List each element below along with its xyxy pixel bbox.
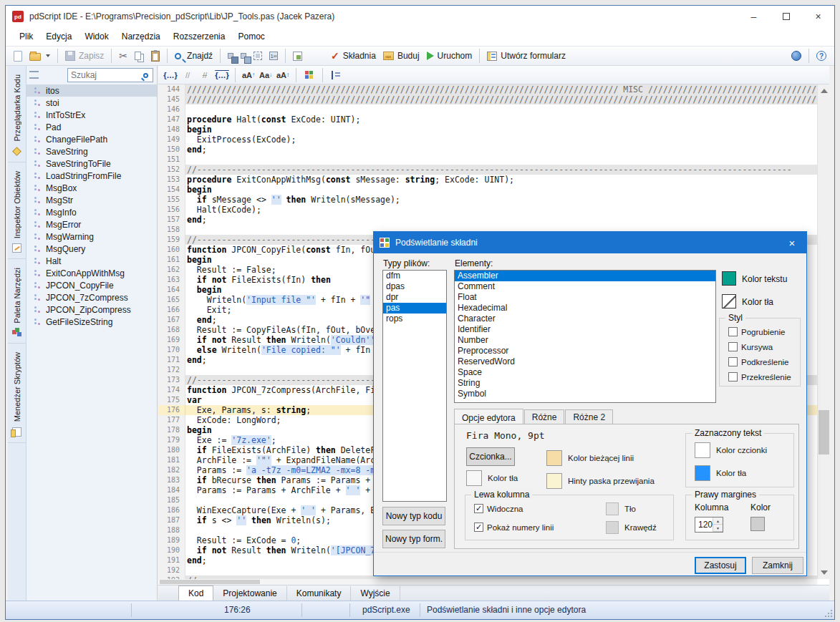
cut-button[interactable]: ✂ [115, 49, 131, 63]
list-item[interactable]: JPCON_ZipCompress [26, 303, 157, 316]
horizontal-scrollbar[interactable] [158, 579, 817, 585]
current-line-color-swatch[interactable] [546, 450, 562, 466]
menu-item-pomoc[interactable]: Pomoc [231, 29, 271, 44]
element-item[interactable]: Identifier [455, 324, 715, 335]
dialog-tab[interactable]: Opcje edytora [454, 409, 523, 425]
element-item[interactable]: Comment [455, 281, 715, 292]
lowercase-icon[interactable]: Aa↓ [258, 68, 274, 82]
file-type-item[interactable]: dfm [383, 271, 446, 281]
syntax-check-button[interactable]: ✓Składnia [327, 49, 380, 63]
sidebar-tab[interactable]: Menedżer Skryptów [8, 344, 26, 442]
element-item[interactable]: Float [455, 292, 715, 303]
uncomment-selection-icon[interactable]: {…} [214, 68, 230, 82]
scrollbar-thumb[interactable] [819, 410, 829, 455]
close-button[interactable]: × [802, 6, 834, 27]
new-code-type-button[interactable]: Nowy typ kodu [382, 507, 445, 525]
convert-form-button[interactable] [289, 49, 306, 63]
align-controls-button[interactable] [250, 49, 266, 62]
style-checkbox-podkreślenie[interactable]: Podkreślenie [728, 357, 788, 366]
element-item[interactable]: Preprocessor [455, 346, 715, 356]
bg-color-swatch[interactable] [722, 294, 736, 308]
menu-item-edycja[interactable]: Edycja [39, 29, 78, 44]
hscrollbar-thumb[interactable] [160, 580, 260, 584]
text-color-swatch[interactable] [722, 271, 736, 286]
invert-case-icon[interactable]: aA↕ [275, 68, 291, 82]
list-item[interactable]: MsgInfo [26, 206, 157, 218]
tab-order-button[interactable]: 1²³ [266, 49, 281, 62]
scroll-up-icon[interactable] [821, 89, 828, 93]
uncomment-lines-icon[interactable]: // [197, 68, 213, 82]
list-item[interactable]: Pad [26, 121, 157, 133]
bring-to-front-button[interactable] [224, 51, 237, 61]
column-value[interactable]: 120 [695, 517, 713, 532]
dialog-tab[interactable]: Różne [524, 409, 565, 424]
element-item[interactable]: Number [455, 335, 715, 346]
uppercase-icon[interactable]: aA↑ [241, 68, 256, 82]
highlight-options-icon[interactable] [301, 68, 317, 82]
file-type-item[interactable]: rops [383, 314, 446, 324]
list-item[interactable]: ExitConAppWithMsg [26, 267, 157, 279]
spin-up-icon[interactable]: ▲ [713, 517, 723, 525]
list-item[interactable]: MsgError [26, 218, 157, 230]
create-form-button[interactable]: Utwórz formularz [483, 49, 569, 63]
element-item[interactable]: Character [455, 314, 715, 324]
selected-font-color-swatch[interactable] [695, 442, 710, 458]
comment-selection-icon[interactable]: {…} [163, 68, 178, 82]
menu-item-plik[interactable]: Plik [13, 29, 39, 44]
list-item[interactable]: MsgBox [26, 182, 157, 194]
sidebar-sort-button[interactable] [29, 69, 41, 81]
list-item[interactable]: JPCON_7zCompress [26, 291, 157, 303]
editor-bg-swatch[interactable] [466, 470, 482, 486]
maximize-button[interactable] [770, 6, 802, 27]
selected-bg-color-swatch[interactable] [695, 465, 710, 481]
open-file-button[interactable] [26, 49, 54, 63]
list-item[interactable]: MsgStr [26, 194, 157, 206]
resize-grip[interactable] [824, 608, 832, 617]
copy-button[interactable] [131, 49, 148, 62]
left-edge-swatch[interactable] [606, 521, 619, 534]
search-input[interactable] [68, 70, 143, 80]
web-button[interactable] [788, 49, 805, 63]
element-item[interactable]: String [455, 378, 715, 389]
file-type-item[interactable]: dpas [383, 281, 446, 292]
scroll-down-icon[interactable] [821, 570, 828, 575]
element-item[interactable]: Space [455, 367, 715, 378]
list-item[interactable]: SaveString [26, 145, 157, 157]
sidebar-tab[interactable]: Przeglądarka Kodu [8, 66, 26, 162]
element-item[interactable]: Symbol [455, 389, 715, 399]
build-button[interactable]: ıoıBuduj [380, 49, 423, 63]
sidebar-tab[interactable]: Inspektor Obiektów [8, 162, 26, 259]
new-form-type-button[interactable]: Nowy typ form. [382, 530, 445, 548]
dialog-tab[interactable]: Różne 2 [565, 409, 613, 424]
element-item[interactable]: ReservedWord [455, 356, 715, 367]
style-checkbox-pogrubienie[interactable]: Pogrubienie [728, 327, 785, 336]
view-tab-wyjście[interactable]: Wyjście [351, 586, 400, 601]
view-tab-projektowanie[interactable]: Projektowanie [213, 586, 286, 601]
search-icon[interactable] [143, 73, 148, 78]
run-button[interactable]: Uruchom [423, 49, 476, 63]
list-item[interactable]: IntToStrEx [26, 109, 157, 121]
list-item[interactable]: Halt [26, 255, 157, 267]
menu-item-widok[interactable]: Widok [78, 29, 115, 44]
left-column-checkbox[interactable]: ✓Pokaż numery linii [474, 523, 554, 532]
list-item[interactable]: MsgQuery [26, 243, 157, 255]
list-item[interactable]: JPCON_CopyFile [26, 279, 157, 291]
spin-down-icon[interactable]: ▼ [713, 525, 723, 532]
element-item[interactable]: Assembler [455, 271, 715, 281]
list-item[interactable]: ChangeFilePath [26, 133, 157, 145]
left-column-checkbox[interactable]: ✓Widoczna [474, 504, 523, 513]
find-button[interactable]: Znajdź [171, 49, 216, 63]
file-type-item[interactable]: dpr [383, 292, 446, 303]
dialog-close-button[interactable]: × [778, 232, 806, 253]
list-item[interactable]: MsgWarning [26, 230, 157, 243]
list-item[interactable]: LoadStringFromFile [26, 170, 157, 182]
sidebar-tab[interactable]: Paleta Narzędzi [8, 259, 26, 344]
element-item[interactable]: Hexadecimal [455, 303, 715, 314]
comment-lines-icon[interactable]: // [180, 68, 195, 82]
left-bg-swatch[interactable] [606, 502, 619, 515]
style-checkbox-kursywa[interactable]: Kursywa [728, 342, 773, 351]
font-button[interactable]: Czcionka... [466, 447, 515, 466]
indent-options-icon[interactable] [328, 68, 344, 82]
help-button[interactable]: ? [813, 49, 830, 63]
menu-item-narzędzia[interactable]: Narzędzia [115, 29, 167, 44]
